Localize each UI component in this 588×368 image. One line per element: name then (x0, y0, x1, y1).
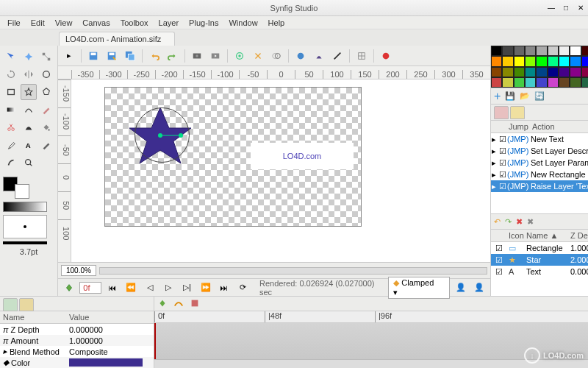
redo-button[interactable] (165, 48, 181, 64)
palette-swatch[interactable] (514, 56, 525, 66)
play-button[interactable]: ▷ (160, 280, 176, 296)
document-tab[interactable]: LO4D.com - Animation.sifz (59, 32, 175, 46)
menu-canvas[interactable]: Canvas (78, 18, 114, 28)
palette-swatch[interactable] (570, 77, 581, 88)
bg-color-swatch[interactable] (15, 184, 29, 199)
palette-swatch[interactable] (536, 46, 547, 56)
menu-layer[interactable]: Layer (154, 18, 184, 28)
palette-open-button[interactable]: 📂 (520, 91, 530, 101)
history-undo-button[interactable]: ↶ (494, 217, 501, 227)
history-row[interactable]: ▸ ☑(JMP)Set Layer Description: 'Text' ->… (491, 145, 588, 157)
clamp-dropdown[interactable]: ◆ Clamped ▾ (388, 277, 450, 299)
star-layer[interactable] (123, 99, 197, 172)
maximize-button[interactable]: □ (562, 4, 570, 13)
palette-swatch[interactable] (491, 46, 502, 56)
canvas[interactable]: LO4D.com (71, 79, 490, 262)
mode-normal-button[interactable]: 👤 (453, 280, 468, 296)
frame-input[interactable] (79, 282, 101, 294)
tool-smooth-move[interactable] (21, 49, 37, 65)
palette-swatch[interactable] (570, 67, 581, 77)
tool-width[interactable] (21, 119, 37, 135)
palette-swatch[interactable] (502, 67, 513, 77)
brush-size-slider[interactable] (3, 241, 47, 244)
record-button[interactable] (378, 48, 394, 64)
toggle-handle-button[interactable] (329, 48, 345, 64)
palette-swatch[interactable] (536, 77, 547, 88)
palette-swatch[interactable] (514, 77, 525, 88)
toggle-bone-button[interactable] (311, 48, 327, 64)
tool-transform[interactable] (3, 49, 19, 65)
palette-swatch[interactable] (525, 67, 536, 77)
tool-rotate[interactable] (3, 66, 19, 82)
tool-gradient[interactable] (3, 102, 19, 118)
palette-swatch[interactable] (581, 46, 588, 56)
tool-cutout[interactable] (3, 119, 19, 135)
seek-prev-kf-button[interactable]: ⏪ (123, 280, 139, 296)
tool-eyedrop[interactable] (3, 137, 19, 153)
palette-swatch[interactable] (536, 56, 547, 66)
palette-swatch[interactable] (491, 77, 502, 88)
history-row[interactable]: ▸ ☑(JMP)Set Layer Parameter (Text):Origi… (491, 157, 588, 169)
minimize-button[interactable]: — (547, 4, 556, 13)
palette-swatch[interactable] (514, 67, 525, 77)
palette-swatch[interactable] (514, 46, 525, 56)
seek-last-button[interactable]: ⏭ (216, 280, 232, 296)
menu-file[interactable]: File (3, 18, 25, 28)
tab-keyframes[interactable] (190, 298, 200, 311)
palette-swatch[interactable] (491, 56, 502, 66)
save-as-button[interactable] (104, 48, 120, 64)
palette-add-button[interactable]: + (494, 90, 501, 103)
menu-view[interactable]: View (51, 18, 77, 28)
preview-button[interactable] (207, 48, 223, 64)
menu-toolbox[interactable]: Toolbox (116, 18, 153, 28)
layer-row[interactable]: ☑▭Rectangle1.000000 (491, 242, 588, 254)
onion-prev-button[interactable] (232, 48, 248, 64)
palette-swatch[interactable] (548, 56, 559, 66)
text-layer[interactable]: LO4D.com (251, 143, 354, 169)
undo-button[interactable] (146, 48, 162, 64)
param-row[interactable]: ▸ Blend MethodComposite (0, 346, 154, 357)
grid-button[interactable] (354, 48, 370, 64)
history-redo-button[interactable]: ↷ (505, 217, 512, 227)
tool-brush[interactable] (3, 155, 19, 171)
palette-swatch[interactable] (548, 67, 559, 77)
keyframe-icon[interactable] (61, 280, 76, 296)
tool-spline[interactable] (21, 102, 37, 118)
scrollbar-horizontal[interactable] (99, 267, 487, 275)
timeline-track[interactable] (154, 323, 588, 359)
layers-col-z[interactable]: Z Depth (569, 230, 588, 241)
param-row[interactable]: π Z Depth0.000000 (0, 324, 154, 335)
gradient-swatch[interactable] (3, 202, 47, 212)
seek-prev-button[interactable]: ◁ (142, 280, 157, 296)
palette-swatch[interactable] (559, 77, 570, 88)
palette-swatch[interactable] (559, 46, 570, 56)
tool-draw[interactable] (38, 102, 54, 118)
layer-row[interactable]: ☑★Star2.000000 (491, 254, 588, 266)
layers-col-name[interactable]: Name ▲ (525, 230, 569, 241)
history-row[interactable]: ▸ ☑(JMP)New Text (491, 133, 588, 145)
onion-skin-button[interactable] (268, 48, 284, 64)
seek-next-kf-button[interactable]: ⏩ (198, 280, 213, 296)
tab-timetrack[interactable] (157, 298, 168, 311)
save-button[interactable] (85, 48, 101, 64)
history-clear-undo-button[interactable]: ✖ (516, 217, 523, 227)
render-button[interactable] (189, 48, 205, 64)
caret-icon[interactable]: ▸ (61, 48, 77, 64)
history-row[interactable]: ▸ ☑(JMP)New Rectangle (491, 169, 588, 180)
timeline-scrollbar[interactable] (154, 359, 588, 368)
seek-first-button[interactable]: ⏮ (104, 280, 120, 296)
history-clear-redo-button[interactable]: ✖ (527, 217, 534, 227)
tool-scale[interactable] (38, 49, 54, 65)
close-button[interactable]: ✕ (576, 4, 585, 13)
param-row[interactable]: π Amount1.000000 (0, 335, 154, 346)
tab-params[interactable] (3, 298, 18, 311)
palette-swatch[interactable] (581, 56, 588, 66)
layer-row[interactable]: ☑AText0.000000 (491, 266, 588, 277)
tool-fill[interactable] (38, 119, 54, 135)
palette-swatch[interactable] (525, 46, 536, 56)
save-all-button[interactable] (122, 48, 138, 64)
seek-next-button[interactable]: ▷| (179, 280, 195, 296)
tab-canvases[interactable] (494, 106, 509, 119)
palette-swatch[interactable] (581, 67, 588, 77)
tool-zoom[interactable] (21, 155, 37, 171)
